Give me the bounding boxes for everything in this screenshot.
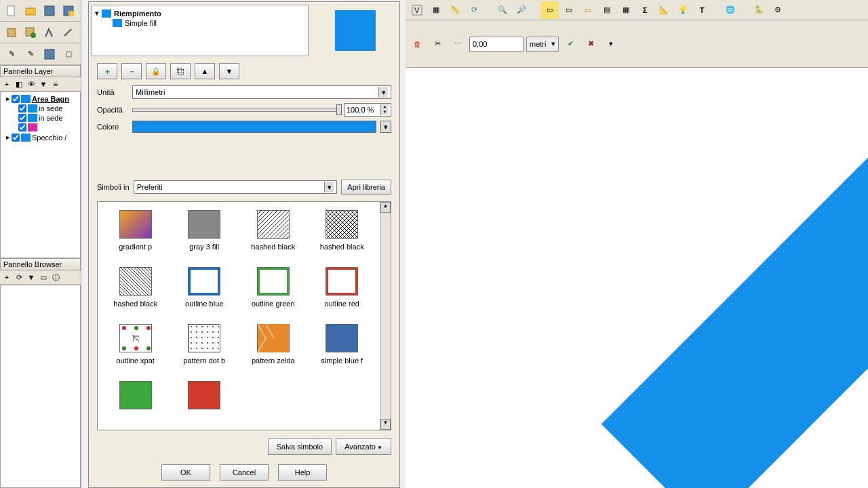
tool-b-icon[interactable]: ⋯ bbox=[449, 35, 467, 53]
symbol-item[interactable]: hashed black bbox=[106, 267, 165, 308]
symbols-grid[interactable]: gradient pgray 3 fillhashed blackhashed … bbox=[98, 202, 380, 430]
collapse-conn-icon[interactable]: ▭ bbox=[38, 272, 49, 283]
symbol-item[interactable]: simple blue f bbox=[313, 324, 372, 365]
opacity-input[interactable]: 100,0 % ▲▼ bbox=[344, 103, 391, 117]
symbols-group-combo[interactable]: Preferiti ▾ bbox=[134, 180, 338, 194]
symbol-item[interactable]: pattern zelda bbox=[243, 324, 303, 365]
drop-icon[interactable]: ▾ bbox=[602, 35, 620, 53]
add-raster-icon[interactable]: ▦ bbox=[427, 1, 445, 19]
pencil-icon[interactable]: ✎ bbox=[3, 45, 20, 63]
table-icon[interactable]: ▦ bbox=[617, 1, 635, 19]
color-picker[interactable] bbox=[132, 121, 376, 133]
scroll-down-button[interactable]: ▼ bbox=[380, 419, 391, 430]
symbol-item[interactable]: outline red bbox=[313, 267, 372, 308]
node-tool-icon[interactable] bbox=[41, 24, 58, 41]
select-yellow-icon[interactable]: ▭ bbox=[579, 1, 597, 19]
refresh-conn-icon[interactable]: ⟳ bbox=[14, 272, 24, 283]
move-up-button[interactable]: ▲ bbox=[195, 63, 215, 79]
tree-row-simple-fill[interactable]: Simple fill bbox=[95, 18, 305, 28]
add-layer-icon[interactable]: + bbox=[1, 79, 12, 89]
expand-icon[interactable]: ▸ bbox=[6, 94, 10, 103]
layer-visibility-checkbox[interactable] bbox=[18, 104, 26, 113]
open-library-button[interactable]: Apri libreria bbox=[341, 180, 391, 195]
tips-icon[interactable]: 💡 bbox=[674, 1, 692, 19]
symbol-item[interactable]: hashed black bbox=[313, 210, 372, 251]
collapse-icon[interactable]: ▾ bbox=[95, 9, 99, 18]
ok-button[interactable]: OK bbox=[161, 464, 210, 481]
filter-conn-icon[interactable]: ▼ bbox=[26, 272, 37, 283]
deselect-icon[interactable]: ▭ bbox=[560, 1, 578, 19]
symbol-item[interactable]: outline blue bbox=[175, 267, 235, 308]
layer-visibility-checkbox[interactable] bbox=[18, 114, 26, 122]
select-icon[interactable]: ▭ bbox=[541, 1, 559, 19]
expand-icon[interactable]: ▸ bbox=[6, 133, 10, 142]
form-icon[interactable]: ▤ bbox=[598, 1, 616, 19]
symbol-item[interactable]: gradient p bbox=[106, 210, 165, 251]
coord-input[interactable]: 0,00 bbox=[469, 37, 524, 52]
tool-a-icon[interactable]: ✂ bbox=[429, 35, 446, 53]
ruler-icon[interactable]: 📏 bbox=[446, 1, 464, 19]
symbol-item[interactable]: outline xpat bbox=[106, 324, 165, 365]
layer-row[interactable]: ▸Specchio / bbox=[2, 132, 79, 142]
filter-layer-icon[interactable]: ▼ bbox=[38, 79, 49, 89]
move-down-button[interactable]: ▼ bbox=[219, 63, 239, 79]
layer-visibility-checkbox[interactable] bbox=[12, 134, 20, 142]
layer-visibility-checkbox[interactable] bbox=[18, 123, 26, 131]
gear-icon[interactable]: ⚙ bbox=[769, 1, 787, 19]
layer-row[interactable]: in sede bbox=[2, 104, 79, 113]
opacity-slider[interactable] bbox=[132, 108, 340, 112]
pencil2-icon[interactable]: ✎ bbox=[22, 45, 39, 63]
style-icon[interactable]: ≡ bbox=[50, 79, 61, 89]
symbol-item[interactable] bbox=[175, 381, 235, 409]
layer-visibility-checkbox[interactable] bbox=[12, 95, 20, 103]
scroll-up-button[interactable]: ▲ bbox=[380, 202, 391, 213]
symbol-item[interactable]: outline green bbox=[243, 267, 303, 308]
unit-combo[interactable]: Millimetri ▾ bbox=[132, 85, 391, 99]
box-add-icon[interactable] bbox=[22, 24, 39, 41]
remove-symbol-layer-button[interactable]: － bbox=[121, 63, 142, 79]
info-conn-icon[interactable]: ⓘ bbox=[50, 272, 61, 283]
globe-icon[interactable]: 🌐 bbox=[722, 1, 739, 19]
save-icon[interactable] bbox=[41, 2, 58, 20]
open-folder-icon[interactable] bbox=[22, 2, 39, 20]
color-dropdown-button[interactable]: ▾ bbox=[380, 121, 391, 133]
symbols-scrollbar[interactable]: ▲ ▼ bbox=[380, 202, 391, 430]
zoom-out-icon[interactable]: 🔎 bbox=[513, 1, 530, 19]
sigma-icon[interactable]: Σ bbox=[636, 1, 654, 19]
symbol-item[interactable]: hashed black bbox=[243, 210, 303, 251]
save-symbol-button[interactable]: Salva simbolo bbox=[268, 439, 332, 455]
trash-icon[interactable]: 🗑 bbox=[408, 35, 426, 53]
cancel-x-icon[interactable]: ✖ bbox=[582, 35, 599, 53]
apply-icon[interactable]: ✔ bbox=[561, 35, 579, 53]
symbol-item[interactable]: pattern dot b bbox=[175, 324, 235, 365]
lock-symbol-layer-button[interactable]: 🔒 bbox=[146, 63, 166, 79]
help-button[interactable]: Help bbox=[278, 464, 327, 481]
new-file-icon[interactable] bbox=[3, 2, 20, 20]
text-icon[interactable]: T bbox=[693, 1, 711, 19]
cancel-button[interactable]: Cancel bbox=[220, 464, 269, 481]
zoom-in-icon[interactable]: 🔍 bbox=[494, 1, 511, 19]
save2-icon[interactable] bbox=[41, 45, 58, 63]
unit-select[interactable]: metri▾ bbox=[526, 37, 559, 52]
tree-row-fill[interactable]: ▾ Riempimento bbox=[95, 8, 305, 18]
layer-row[interactable]: in sede bbox=[2, 113, 79, 123]
eye-icon[interactable]: 👁 bbox=[26, 79, 37, 89]
manage-layer-icon[interactable]: ◧ bbox=[14, 79, 24, 89]
edit-icon[interactable] bbox=[60, 24, 77, 41]
python-icon[interactable]: 🐍 bbox=[750, 1, 768, 19]
symbol-item[interactable]: gray 3 fill bbox=[175, 210, 235, 251]
add-vector-icon[interactable]: V bbox=[408, 1, 426, 19]
measure-icon[interactable]: 📐 bbox=[655, 1, 673, 19]
advanced-button[interactable]: Avanzato bbox=[336, 439, 391, 455]
duplicate-symbol-layer-button[interactable]: ⿻ bbox=[170, 63, 191, 79]
symbol-item[interactable] bbox=[106, 381, 165, 409]
box-icon[interactable] bbox=[3, 24, 20, 41]
save-as-icon[interactable] bbox=[60, 2, 77, 20]
symbol-layers-tree[interactable]: ▾ Riempimento Simple fill bbox=[92, 5, 309, 56]
layer-row[interactable]: ▸Area Bagn bbox=[2, 94, 79, 104]
add-conn-icon[interactable]: + bbox=[1, 272, 12, 283]
layer-row[interactable] bbox=[2, 123, 79, 132]
tool4-icon[interactable]: ▢ bbox=[60, 45, 77, 63]
add-symbol-layer-button[interactable]: ＋ bbox=[97, 63, 117, 79]
map-canvas[interactable] bbox=[406, 68, 868, 488]
